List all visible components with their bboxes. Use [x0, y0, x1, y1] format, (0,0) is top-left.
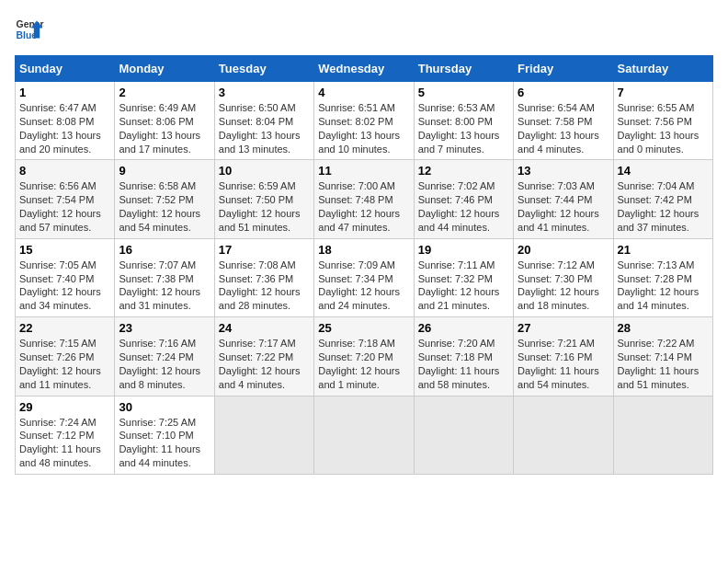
- day-number: 25: [318, 321, 409, 335]
- logo: General Blue: [15, 15, 44, 44]
- calendar-cell: [214, 396, 313, 474]
- day-info: Sunrise: 6:56 AM Sunset: 7:54 PM Dayligh…: [19, 179, 110, 234]
- calendar-cell: 11Sunrise: 7:00 AM Sunset: 7:48 PM Dayli…: [314, 160, 414, 238]
- calendar-cell: 25Sunrise: 7:18 AM Sunset: 7:20 PM Dayli…: [314, 317, 414, 396]
- day-info: Sunrise: 7:20 AM Sunset: 7:18 PM Dayligh…: [418, 337, 509, 391]
- calendar-cell: 23Sunrise: 7:16 AM Sunset: 7:24 PM Dayli…: [115, 317, 214, 396]
- day-info: Sunrise: 6:59 AM Sunset: 7:50 PM Dayligh…: [219, 179, 310, 234]
- day-info: Sunrise: 7:07 AM Sunset: 7:38 PM Dayligh…: [119, 259, 210, 313]
- calendar-cell: 19Sunrise: 7:11 AM Sunset: 7:32 PM Dayli…: [414, 238, 513, 316]
- calendar-cell: 2Sunrise: 6:49 AM Sunset: 8:06 PM Daylig…: [115, 82, 214, 160]
- day-number: 20: [518, 243, 609, 257]
- day-info: Sunrise: 7:03 AM Sunset: 7:44 PM Dayligh…: [518, 179, 609, 234]
- calendar-cell: [514, 396, 613, 474]
- calendar-cell: 9Sunrise: 6:58 AM Sunset: 7:52 PM Daylig…: [115, 160, 214, 238]
- dow-header-saturday: Saturday: [613, 56, 712, 82]
- day-number: 5: [418, 86, 509, 99]
- day-number: 26: [418, 321, 509, 335]
- calendar-cell: [613, 396, 712, 474]
- calendar-cell: 5Sunrise: 6:53 AM Sunset: 8:00 PM Daylig…: [414, 82, 513, 160]
- day-info: Sunrise: 7:17 AM Sunset: 7:22 PM Dayligh…: [219, 337, 310, 391]
- day-number: 3: [219, 86, 310, 99]
- day-number: 29: [19, 400, 110, 414]
- day-number: 17: [219, 243, 310, 257]
- calendar-cell: 26Sunrise: 7:20 AM Sunset: 7:18 PM Dayli…: [414, 317, 513, 396]
- dow-header-sunday: Sunday: [16, 56, 115, 82]
- day-number: 28: [618, 321, 709, 335]
- calendar-cell: 15Sunrise: 7:05 AM Sunset: 7:40 PM Dayli…: [16, 238, 115, 316]
- calendar-table: SundayMondayTuesdayWednesdayThursdayFrid…: [15, 55, 713, 475]
- calendar-cell: 18Sunrise: 7:09 AM Sunset: 7:34 PM Dayli…: [314, 238, 414, 316]
- day-number: 10: [219, 164, 310, 178]
- day-info: Sunrise: 7:08 AM Sunset: 7:36 PM Dayligh…: [219, 259, 310, 313]
- day-number: 30: [119, 400, 210, 414]
- day-number: 27: [518, 321, 609, 335]
- day-number: 8: [19, 164, 110, 178]
- calendar-cell: 29Sunrise: 7:24 AM Sunset: 7:12 PM Dayli…: [16, 396, 115, 474]
- calendar-cell: 14Sunrise: 7:04 AM Sunset: 7:42 PM Dayli…: [613, 160, 712, 238]
- day-info: Sunrise: 6:49 AM Sunset: 8:06 PM Dayligh…: [119, 101, 210, 155]
- day-info: Sunrise: 7:18 AM Sunset: 7:20 PM Dayligh…: [318, 337, 409, 391]
- calendar-cell: 8Sunrise: 6:56 AM Sunset: 7:54 PM Daylig…: [16, 160, 115, 238]
- day-number: 6: [518, 86, 609, 99]
- day-info: Sunrise: 6:51 AM Sunset: 8:02 PM Dayligh…: [318, 101, 409, 155]
- day-info: Sunrise: 7:16 AM Sunset: 7:24 PM Dayligh…: [119, 337, 210, 391]
- dow-header-friday: Friday: [514, 56, 613, 82]
- calendar-cell: [414, 396, 513, 474]
- day-info: Sunrise: 7:05 AM Sunset: 7:40 PM Dayligh…: [19, 259, 110, 313]
- day-info: Sunrise: 7:13 AM Sunset: 7:28 PM Dayligh…: [618, 259, 709, 313]
- day-number: 14: [618, 164, 709, 178]
- calendar-cell: 4Sunrise: 6:51 AM Sunset: 8:02 PM Daylig…: [314, 82, 414, 160]
- day-number: 1: [19, 86, 110, 99]
- dow-header-tuesday: Tuesday: [214, 56, 313, 82]
- day-info: Sunrise: 7:24 AM Sunset: 7:12 PM Dayligh…: [19, 416, 110, 470]
- page-header: General Blue: [15, 15, 713, 44]
- day-number: 7: [618, 86, 709, 99]
- calendar-cell: 27Sunrise: 7:21 AM Sunset: 7:16 PM Dayli…: [514, 317, 613, 396]
- day-number: 18: [318, 243, 409, 257]
- day-info: Sunrise: 6:50 AM Sunset: 8:04 PM Dayligh…: [219, 101, 310, 155]
- calendar-cell: 22Sunrise: 7:15 AM Sunset: 7:26 PM Dayli…: [16, 317, 115, 396]
- calendar-week-2: 8Sunrise: 6:56 AM Sunset: 7:54 PM Daylig…: [16, 160, 713, 238]
- day-number: 4: [318, 86, 409, 99]
- calendar-cell: 21Sunrise: 7:13 AM Sunset: 7:28 PM Dayli…: [613, 238, 712, 316]
- day-info: Sunrise: 6:54 AM Sunset: 7:58 PM Dayligh…: [518, 101, 609, 155]
- calendar-cell: 13Sunrise: 7:03 AM Sunset: 7:44 PM Dayli…: [514, 160, 613, 238]
- day-info: Sunrise: 7:00 AM Sunset: 7:48 PM Dayligh…: [318, 179, 409, 234]
- day-info: Sunrise: 6:47 AM Sunset: 8:08 PM Dayligh…: [19, 101, 110, 155]
- calendar-cell: 10Sunrise: 6:59 AM Sunset: 7:50 PM Dayli…: [214, 160, 313, 238]
- day-info: Sunrise: 7:15 AM Sunset: 7:26 PM Dayligh…: [19, 337, 110, 391]
- day-info: Sunrise: 7:11 AM Sunset: 7:32 PM Dayligh…: [418, 259, 509, 313]
- day-info: Sunrise: 6:53 AM Sunset: 8:00 PM Dayligh…: [418, 101, 509, 155]
- calendar-week-1: 1Sunrise: 6:47 AM Sunset: 8:08 PM Daylig…: [16, 82, 713, 160]
- day-number: 19: [418, 243, 509, 257]
- day-number: 21: [618, 243, 709, 257]
- day-info: Sunrise: 7:12 AM Sunset: 7:30 PM Dayligh…: [518, 259, 609, 313]
- calendar-cell: 20Sunrise: 7:12 AM Sunset: 7:30 PM Dayli…: [514, 238, 613, 316]
- calendar-cell: 30Sunrise: 7:25 AM Sunset: 7:10 PM Dayli…: [115, 396, 214, 474]
- calendar-cell: 3Sunrise: 6:50 AM Sunset: 8:04 PM Daylig…: [214, 82, 313, 160]
- day-number: 23: [119, 321, 210, 335]
- calendar-cell: 28Sunrise: 7:22 AM Sunset: 7:14 PM Dayli…: [613, 317, 712, 396]
- day-number: 9: [119, 164, 210, 178]
- day-info: Sunrise: 6:55 AM Sunset: 7:56 PM Dayligh…: [618, 101, 709, 155]
- day-number: 13: [518, 164, 609, 178]
- calendar-week-4: 22Sunrise: 7:15 AM Sunset: 7:26 PM Dayli…: [16, 317, 713, 396]
- calendar-cell: 16Sunrise: 7:07 AM Sunset: 7:38 PM Dayli…: [115, 238, 214, 316]
- day-number: 12: [418, 164, 509, 178]
- calendar-cell: 12Sunrise: 7:02 AM Sunset: 7:46 PM Dayli…: [414, 160, 513, 238]
- calendar-cell: [314, 396, 414, 474]
- day-info: Sunrise: 7:25 AM Sunset: 7:10 PM Dayligh…: [119, 416, 210, 470]
- calendar-cell: 6Sunrise: 6:54 AM Sunset: 7:58 PM Daylig…: [514, 82, 613, 160]
- calendar-week-5: 29Sunrise: 7:24 AM Sunset: 7:12 PM Dayli…: [16, 396, 713, 474]
- day-info: Sunrise: 7:21 AM Sunset: 7:16 PM Dayligh…: [518, 337, 609, 391]
- dow-header-monday: Monday: [115, 56, 214, 82]
- calendar-week-3: 15Sunrise: 7:05 AM Sunset: 7:40 PM Dayli…: [16, 238, 713, 316]
- day-number: 11: [318, 164, 409, 178]
- day-info: Sunrise: 7:04 AM Sunset: 7:42 PM Dayligh…: [618, 179, 709, 234]
- calendar-cell: 17Sunrise: 7:08 AM Sunset: 7:36 PM Dayli…: [214, 238, 313, 316]
- day-info: Sunrise: 7:09 AM Sunset: 7:34 PM Dayligh…: [318, 259, 409, 313]
- calendar-cell: 1Sunrise: 6:47 AM Sunset: 8:08 PM Daylig…: [16, 82, 115, 160]
- day-number: 15: [19, 243, 110, 257]
- day-info: Sunrise: 7:02 AM Sunset: 7:46 PM Dayligh…: [418, 179, 509, 234]
